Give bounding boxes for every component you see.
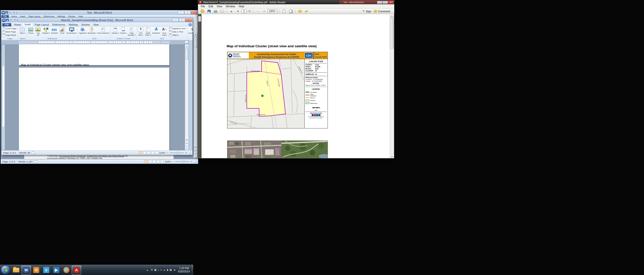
next-page-button[interactable]: ▼: [235, 9, 241, 14]
zoom-out-button[interactable]: −: [255, 9, 261, 14]
titlebar[interactable]: Attachment K_SampleSamplingFrameAndClust…: [198, 0, 394, 4]
ribbon-button-header[interactable]: Header ▾: [111, 27, 119, 37]
document-text[interactable]: Map of Individual Cluster (street view a…: [21, 63, 89, 66]
show-hidden-icons-button[interactable]: ▲: [145, 269, 149, 271]
page-number-input[interactable]: 2: [242, 10, 247, 13]
sign-button[interactable]: ✎ Sign: [363, 10, 371, 13]
scrolling-view-button[interactable]: [288, 9, 294, 14]
ribbon-button-hyperlink[interactable]: Hyperlink: [78, 27, 87, 37]
save-button[interactable]: [6, 19, 9, 21]
undo-button[interactable]: ↶: [9, 19, 13, 22]
scroll-down-arrow[interactable]: ▼: [390, 154, 394, 158]
qat-dropdown[interactable]: ▾: [17, 19, 18, 21]
select-browse-object-button[interactable]: ●: [185, 144, 188, 147]
minimize-button[interactable]: –: [178, 11, 184, 14]
vertical-scrollbar[interactable]: ▲ ▼: [390, 14, 394, 158]
scroll-up-arrow[interactable]: ▲: [185, 45, 188, 48]
taskbar-app-internet-explorer[interactable]: e: [42, 265, 51, 274]
tab-review[interactable]: Review: [80, 23, 92, 26]
tab-page-layout[interactable]: Page Layout: [27, 15, 42, 18]
tab-insert[interactable]: Insert: [23, 23, 33, 26]
vertical-scrollbar[interactable]: ▲ ▼ ▲ ● ▼: [193, 32, 197, 158]
warning-icon[interactable]: ▲: [163, 268, 166, 271]
scroll-up-arrow[interactable]: ▲: [194, 33, 197, 36]
redo-button[interactable]: ↷: [12, 11, 16, 14]
sticky-note-button[interactable]: [297, 9, 303, 14]
zoom-out-button[interactable]: −: [172, 160, 174, 163]
spellcheck-icon[interactable]: [34, 160, 37, 163]
maximize-button[interactable]: □: [184, 11, 191, 14]
view-fullscreen-button[interactable]: [143, 151, 146, 154]
resize-grip[interactable]: [194, 160, 196, 163]
resize-grip[interactable]: [188, 152, 191, 154]
menu-file[interactable]: File: [199, 5, 207, 8]
zoom-slider[interactable]: [175, 161, 189, 162]
zoom-level[interactable]: 110%: [165, 160, 171, 163]
view-outline-button[interactable]: [151, 151, 154, 154]
zoom-slider[interactable]: [170, 152, 184, 153]
minimize-button[interactable]: –: [172, 19, 179, 22]
word-count[interactable]: Words: 1,187: [18, 160, 32, 163]
qat-dropdown[interactable]: ▾: [16, 12, 17, 14]
taskbar-clock[interactable]: 1:20 PM 5/20/2014: [177, 267, 191, 273]
tab-mailings[interactable]: Mailings: [67, 23, 80, 26]
tab-references[interactable]: References: [42, 15, 56, 18]
file-tab[interactable]: File: [2, 23, 11, 26]
ribbon-button-page-break[interactable]: Page Break: [2, 33, 18, 37]
zoom-slider-thumb[interactable]: [177, 152, 179, 154]
previous-page-button[interactable]: ▲: [185, 141, 188, 144]
menu-help[interactable]: Help: [237, 5, 246, 8]
ribbon-button-equation[interactable]: πEquation ▾: [188, 27, 192, 37]
volume-icon[interactable]: ◄: [173, 268, 176, 271]
ribbon-button-footer[interactable]: Footer ▾: [119, 27, 127, 37]
page-indicator[interactable]: Page: 2 of 2: [3, 151, 16, 154]
next-page-button[interactable]: ▼: [185, 147, 188, 150]
open-button[interactable]: [199, 9, 206, 14]
redo-button[interactable]: ↷: [13, 19, 16, 22]
pdf-page[interactable]: Map of Individual Cluster (street view a…: [202, 14, 390, 158]
tab-home[interactable]: Home: [10, 15, 19, 18]
scroll-thumb[interactable]: [390, 18, 394, 49]
show-desktop-button[interactable]: [191, 265, 193, 275]
ribbon-button-screenshot[interactable]: Screenshot ▾: [66, 27, 77, 37]
message-icon[interactable]: ✉: [151, 268, 153, 271]
audio-icon[interactable]: ♪: [158, 268, 159, 271]
scroll-up-arrow[interactable]: ▲: [390, 14, 394, 18]
ribbon-button-chart[interactable]: Chart: [59, 27, 66, 37]
taskbar-app-microsoft-outlook[interactable]: O: [31, 265, 41, 274]
ribbon-button-shapes[interactable]: Shapes ▾: [42, 27, 50, 37]
ribbon-button-text-box[interactable]: ATextBox ▾: [137, 27, 144, 37]
print-button[interactable]: [213, 9, 219, 14]
spellcheck-icon[interactable]: [31, 152, 34, 154]
document-page-2[interactable]: [19, 67, 170, 151]
ribbon-button-smartart[interactable]: SmartArt: [50, 27, 58, 37]
taskbar-app-media-player[interactable]: ▶: [52, 265, 61, 274]
tab-references[interactable]: References: [51, 23, 67, 26]
single-page-view-button[interactable]: [281, 9, 287, 14]
taskbar-app-firefox[interactable]: [62, 265, 71, 274]
ribbon-button-quick-parts[interactable]: QuickParts ▾: [144, 27, 151, 37]
view-print-layout-button[interactable]: [145, 160, 148, 163]
zoom-in-button[interactable]: +: [190, 160, 193, 163]
view-print-layout-button[interactable]: [139, 151, 142, 154]
taskbar-app-windows-explorer[interactable]: [11, 265, 21, 274]
background-window-titlebar[interactable]: Text - Microsoft Word – □ ×: [339, 0, 394, 4]
start-button[interactable]: [1, 265, 10, 274]
ribbon-button-drop-cap[interactable]: ADropCap ▾: [161, 27, 168, 37]
undo-button[interactable]: ↶: [9, 11, 12, 14]
tab-insert[interactable]: Insert: [18, 15, 27, 18]
document-area[interactable]: Map of Individual Cluster (street view a…: [2, 44, 189, 151]
ribbon-button-cross-reference[interactable]: ↩Cross-reference: [96, 27, 110, 37]
ribbon-button-table[interactable]: Table ▾: [19, 27, 26, 37]
ribbon-button-wordart[interactable]: AWordArt ▾: [152, 27, 160, 37]
vertical-scrollbar[interactable]: ▲ ▼ ▲ ● ▼: [185, 44, 189, 150]
view-draft-button[interactable]: [155, 151, 158, 154]
ribbon-button-cover-page[interactable]: Cover Page▾: [2, 27, 18, 30]
minimize-button[interactable]: –: [377, 1, 382, 4]
help-icon[interactable]: ?: [188, 23, 192, 26]
document-page-1[interactable]: [19, 44, 170, 65]
ribbon-button-clip-art[interactable]: ClipArt: [34, 27, 42, 37]
select-browse-object-button[interactable]: ●: [194, 151, 197, 154]
zoom-in-button[interactable]: +: [185, 151, 187, 154]
word-count[interactable]: Words: 30: [19, 151, 30, 154]
